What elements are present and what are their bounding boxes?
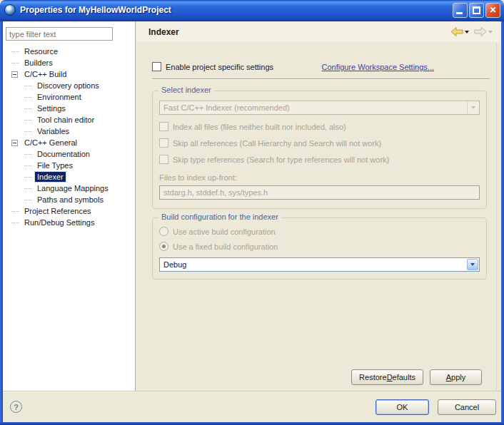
properties-tree: Resource Builders C/C++ Build Discovery … [3,46,134,228]
close-icon: ✕ [489,6,496,14]
sidebar-item-project-references[interactable]: Project References [3,205,134,217]
back-button[interactable] [449,26,470,37]
minimize-button[interactable] [453,3,468,18]
cancel-button[interactable]: Cancel [438,399,496,415]
filter-input[interactable] [6,27,113,41]
ok-button[interactable]: OK [376,399,429,415]
window-border-bottom [0,422,504,425]
build-config-combo[interactable]: Debug [159,257,480,272]
enable-project-settings-checkbox[interactable] [152,62,161,71]
window-border-right [501,21,504,425]
configure-workspace-settings-link[interactable]: Configure Workspace Settings... [321,63,434,71]
use-active-build-config-row: Use active build configuration [159,227,480,236]
sidebar-item-run-debug-settings[interactable]: Run/Debug Settings [3,217,134,228]
sidebar-item-tool-chain-editor[interactable]: Tool chain editor [3,114,134,126]
tree-item-label: Indexer [35,172,66,182]
select-indexer-group: Select indexer Fast C/C++ Indexer (recom… [152,91,487,209]
use-fixed-build-config-label: Use a fixed build configuration [173,242,278,251]
sidebar-item-documentation[interactable]: Documentation [3,148,134,160]
collapse-icon[interactable] [11,71,18,78]
sidebar-item-indexer[interactable]: Indexer [3,171,134,183]
sidebar-item-resource[interactable]: Resource [3,46,134,57]
back-dropdown-icon[interactable] [465,31,469,34]
tree-guide [24,120,32,121]
tree-guide [24,154,32,155]
tree-item-label: Environment [35,92,84,102]
tree-item-label: Paths and symbols [35,195,106,205]
skip-all-references-checkbox [159,138,168,148]
restore-defaults-button[interactable]: Restore Defaults [351,369,423,385]
sidebar-item-file-types[interactable]: File Types [3,160,134,171]
properties-dialog: Properties for MyHellowWorldProject ✕ Re… [0,0,504,425]
sidebar-item-discovery-options[interactable]: Discovery options [3,80,134,91]
skip-type-references-checkbox [159,155,168,164]
index-all-files-row: Index all files (files neither built nor… [159,122,480,131]
build-configuration-group-title: Build configuration for the indexer [158,212,281,221]
titlebar[interactable]: Properties for MyHellowWorldProject ✕ [0,0,504,21]
tree-item-label: Discovery options [35,81,101,91]
use-fixed-build-config-radio [159,242,168,251]
sidebar-item-environment[interactable]: Environment [3,91,134,103]
restore-defaults-label-rest: efaults [393,373,415,382]
indexer-settings-panel: Enable project specific settings Configu… [136,43,497,391]
sidebar-item-settings[interactable]: Settings [3,103,134,114]
chevron-down-icon [467,101,479,114]
enable-project-settings-label: Enable project specific settings [166,63,273,71]
page-header: Indexer [136,21,501,43]
sidebar-item-paths-and-symbols[interactable]: Paths and symbols [3,194,134,205]
help-icon[interactable]: ? [10,401,22,413]
tree-guide [24,97,32,98]
separator [152,78,490,80]
apply-label-rest: pply [451,373,465,382]
apply-button[interactable]: Apply [430,369,482,385]
tree-guide [24,86,32,86]
tree-guide [11,211,19,212]
sidebar-item-builders[interactable]: Builders [3,57,134,68]
sidebar-item-cpp-build[interactable]: C/C++ Build [3,68,134,80]
dialog-client-area: Resource Builders C/C++ Build Discovery … [3,21,501,422]
back-icon [450,27,463,36]
tree-item-label: Variables [35,126,71,136]
tree-guide [24,108,32,109]
tree-guide [24,131,32,132]
tree-guide [24,165,32,166]
tree-guide [24,188,32,189]
files-to-index-label: Files to index up-front: [159,173,480,182]
collapse-icon[interactable] [11,140,18,146]
tree-guide [11,63,19,63]
use-active-build-config-label: Use active build configuration [173,227,276,236]
restore-defaults-mnemonic: D [387,373,393,382]
use-active-build-config-radio [159,227,168,236]
tree-item-label: Language Mappings [35,183,111,193]
forward-button [473,26,494,37]
index-all-files-label: Index all files (files neither built nor… [173,123,346,131]
chevron-down-icon[interactable] [467,259,478,270]
tree-item-label: File Types [35,160,75,170]
build-config-value: Debug [160,260,466,269]
tree-guide [24,200,32,200]
tree-item-label: Resource [22,46,60,56]
dialog-footer: ? OK Cancel [3,391,501,422]
page-title: Indexer [148,27,449,37]
tree-item-label: Documentation [35,149,92,159]
sidebar-item-variables[interactable]: Variables [3,126,134,137]
use-fixed-build-config-row: Use a fixed build configuration [159,242,480,251]
build-configuration-group: Build configuration for the indexer Use … [152,217,487,280]
skip-type-references-row: Skip type references (Search for type re… [159,155,480,164]
sidebar: Resource Builders C/C++ Build Discovery … [3,21,136,391]
files-to-index-field: stdarg.h, stddef.h, sys/types.h [159,185,480,200]
indexer-select-value: Fast C/C++ Indexer (recommended) [160,103,467,112]
tree-item-label: Settings [35,103,68,113]
tree-item-label: C/C++ General [22,138,79,148]
tree-item-label: Project References [22,206,94,216]
select-indexer-group-title: Select indexer [158,86,214,94]
close-button[interactable]: ✕ [485,3,500,18]
window-title: Properties for MyHellowWorldProject [20,5,453,15]
eclipse-logo-icon [4,4,16,16]
skip-all-references-row: Skip all references (Call Hierarchy and … [159,138,480,148]
sidebar-item-language-mappings[interactable]: Language Mappings [3,183,134,194]
sidebar-item-cpp-general[interactable]: C/C++ General [3,137,134,148]
maximize-button[interactable] [469,3,484,18]
tree-item-label: Tool chain editor [35,115,96,125]
tree-item-label: Builders [22,58,55,68]
